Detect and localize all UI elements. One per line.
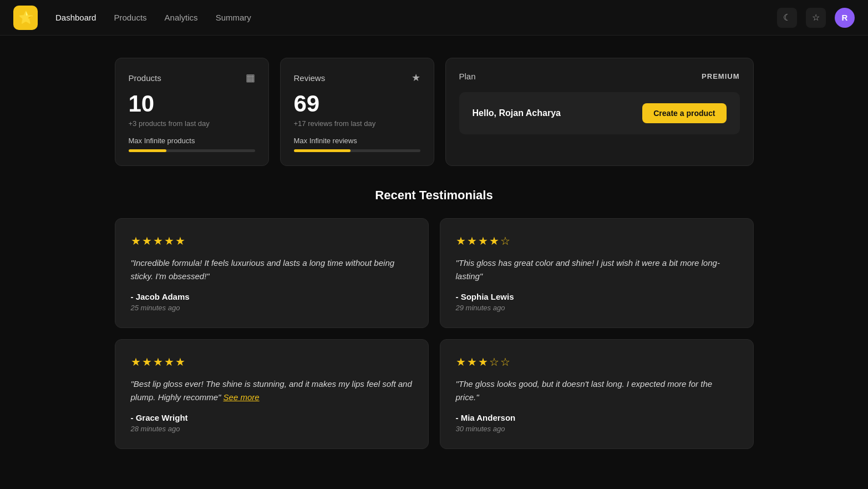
nav-right: ☾ ☆ R bbox=[777, 8, 855, 28]
testimonial-text-content: "Best lip gloss ever! The shine is stunn… bbox=[131, 379, 412, 402]
testimonial-card: ★★★★★ "Incredible formula! It feels luxu… bbox=[115, 218, 429, 328]
products-number: 10 bbox=[129, 90, 255, 117]
testimonial-text: "Incredible formula! It feels luxurious … bbox=[131, 256, 413, 283]
testimonials-section: Recent Testimonials ★★★★★ "Incredible fo… bbox=[115, 188, 754, 449]
testimonials-title: Recent Testimonials bbox=[115, 188, 754, 203]
dark-mode-button[interactable]: ☾ bbox=[777, 8, 797, 28]
reviews-number: 69 bbox=[294, 90, 420, 117]
reviews-card: Reviews ★ 69 +17 reviews from last day M… bbox=[280, 58, 434, 166]
testimonial-card: ★★★★☆ "This gloss has great color and sh… bbox=[440, 218, 754, 328]
nav-link-analytics[interactable]: Analytics bbox=[165, 13, 198, 22]
main-content: Products ▦ 10 +3 products from last day … bbox=[101, 36, 767, 471]
products-card: Products ▦ 10 +3 products from last day … bbox=[115, 58, 269, 166]
plan-card-title: Plan bbox=[459, 72, 476, 81]
plan-badge: PREMIUM bbox=[702, 72, 739, 80]
moon-icon: ☾ bbox=[783, 12, 791, 23]
testimonial-text: "The gloss looks good, but it doesn't la… bbox=[456, 377, 738, 404]
nav-link-dashboard[interactable]: Dashboard bbox=[55, 13, 96, 22]
create-product-button[interactable]: Create a product bbox=[642, 103, 726, 123]
products-card-header: Products ▦ bbox=[129, 72, 255, 84]
reviews-progress-bg bbox=[294, 149, 420, 152]
testimonial-author: - Grace Wright bbox=[131, 413, 413, 422]
plan-inner: Hello, Rojan Acharya Create a product bbox=[459, 92, 740, 134]
testimonial-stars: ★★★☆☆ bbox=[456, 355, 738, 369]
navbar: ⭐ Dashboard Products Analytics Summary ☾… bbox=[0, 0, 868, 36]
user-avatar[interactable]: R bbox=[835, 8, 855, 28]
testimonial-author: - Sophia Lewis bbox=[456, 292, 738, 301]
products-icon: ▦ bbox=[246, 72, 255, 84]
nav-link-products[interactable]: Products bbox=[114, 13, 146, 22]
products-subtitle: +3 products from last day bbox=[129, 119, 255, 128]
testimonial-stars: ★★★★☆ bbox=[456, 234, 738, 248]
testimonial-time: 28 minutes ago bbox=[131, 425, 413, 433]
nav-links: Dashboard Products Analytics Summary bbox=[55, 13, 777, 22]
products-card-title: Products bbox=[129, 73, 161, 83]
see-more-link[interactable]: See more bbox=[224, 392, 260, 402]
testimonial-stars: ★★★★★ bbox=[131, 234, 413, 248]
reviews-progress-label: Max Infinite reviews bbox=[294, 137, 420, 145]
testimonials-grid: ★★★★★ "Incredible formula! It feels luxu… bbox=[115, 218, 754, 449]
reviews-progress-fill bbox=[294, 149, 351, 152]
testimonial-time: 29 minutes ago bbox=[456, 304, 738, 312]
testimonial-stars: ★★★★★ bbox=[131, 355, 413, 369]
plan-greeting: Hello, Rojan Acharya bbox=[473, 108, 561, 118]
testimonial-text: "This gloss has great color and shine! I… bbox=[456, 256, 738, 283]
products-progress-fill bbox=[129, 149, 166, 152]
nav-link-summary[interactable]: Summary bbox=[216, 13, 251, 22]
favorites-button[interactable]: ☆ bbox=[806, 8, 826, 28]
testimonial-card: ★★★★★ "Best lip gloss ever! The shine is… bbox=[115, 339, 429, 449]
testimonial-text: "Best lip gloss ever! The shine is stunn… bbox=[131, 377, 413, 404]
testimonial-card: ★★★☆☆ "The gloss looks good, but it does… bbox=[440, 339, 754, 449]
products-progress-bg bbox=[129, 149, 255, 152]
testimonial-time: 30 minutes ago bbox=[456, 425, 738, 433]
reviews-icon: ★ bbox=[412, 72, 420, 84]
reviews-subtitle: +17 reviews from last day bbox=[294, 119, 420, 128]
reviews-card-title: Reviews bbox=[294, 73, 326, 83]
testimonial-time: 25 minutes ago bbox=[131, 304, 413, 312]
star-outline-icon: ☆ bbox=[812, 12, 820, 23]
nav-logo: ⭐ bbox=[13, 6, 38, 30]
reviews-card-header: Reviews ★ bbox=[294, 72, 420, 84]
stats-row: Products ▦ 10 +3 products from last day … bbox=[115, 58, 754, 166]
testimonial-author: - Jacob Adams bbox=[131, 292, 413, 301]
plan-card-header: Plan PREMIUM bbox=[459, 72, 740, 81]
testimonial-author: - Mia Anderson bbox=[456, 413, 738, 422]
plan-card: Plan PREMIUM Hello, Rojan Acharya Create… bbox=[445, 58, 754, 166]
products-progress-label: Max Infinite products bbox=[129, 137, 255, 145]
star-icon: ⭐ bbox=[18, 11, 33, 25]
